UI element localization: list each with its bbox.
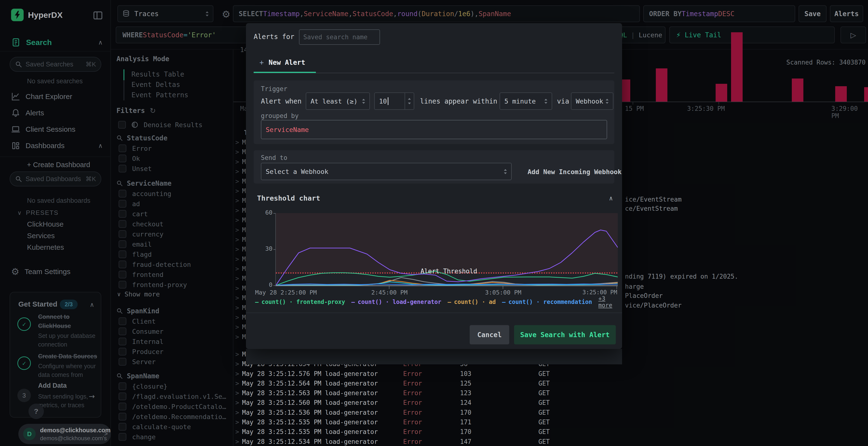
send-to-section: Send to Select a Webhook Add New Incomin… <box>254 150 614 183</box>
x-tick-label: 3:25:00 PM <box>582 289 617 296</box>
stepper-up-icon[interactable] <box>408 98 411 100</box>
app-root: HyperDX Search ∧ Saved Searches ⌘K No sa… <box>0 0 868 446</box>
grouped-by-label: grouped by <box>261 112 299 119</box>
legend-label: count() · recommendation <box>508 299 592 305</box>
channel-value: Webhook <box>576 98 603 105</box>
trigger-section: Trigger Alert when At least (≥) 10 lines… <box>254 80 614 144</box>
threshold-value-input[interactable]: 10 <box>374 93 414 110</box>
grouped-by-input[interactable]: ServiceName <box>261 120 607 139</box>
alert-modal: Alerts for Saved search name + New Alert… <box>246 23 622 349</box>
stepper-down-icon[interactable] <box>408 103 411 104</box>
chevron-updown-icon <box>606 99 609 104</box>
y-tick-label: 0 <box>260 281 273 288</box>
legend-dash-icon: — <box>447 299 451 305</box>
y-tick <box>273 213 275 214</box>
grouped-by-value: ServiceName <box>261 126 309 133</box>
hovered-row-highlight <box>246 349 622 364</box>
threshold-chart-plot: Alert Threshold <box>275 213 618 286</box>
collapse-chart-icon[interactable]: ∧ <box>609 195 613 202</box>
lines-within-label: lines appear within <box>420 97 497 105</box>
y-tick <box>273 285 275 286</box>
legend-label: count() · frontend-proxy <box>261 299 345 305</box>
time-window-select[interactable]: 5 minute <box>500 93 552 110</box>
legend-item[interactable]: — count() · load-generator <box>351 299 441 305</box>
threshold-operator-select[interactable]: At least (≥) <box>306 93 370 110</box>
legend-more-button[interactable]: +3 more <box>598 295 622 309</box>
trigger-label: Trigger <box>261 85 287 93</box>
legend-dash-icon: — <box>351 299 355 305</box>
modal-title: Alerts for <box>254 33 294 41</box>
chevron-updown-icon <box>362 99 365 104</box>
text-cursor <box>388 97 389 105</box>
x-tick <box>503 286 503 289</box>
via-label: via <box>557 97 569 105</box>
chart-line <box>276 230 618 285</box>
add-webhook-button[interactable]: Add New Incoming Webhook <box>528 168 622 176</box>
x-tick <box>617 286 617 289</box>
legend-dash-icon: — <box>502 299 505 305</box>
legend-dash-icon: — <box>255 299 258 305</box>
legend-item[interactable]: — count() · frontend-proxy <box>255 299 345 305</box>
legend-label: count() · load-generator <box>358 299 441 305</box>
threshold-operator-value: At least (≥) <box>311 98 358 105</box>
tab-active-indicator <box>254 72 316 73</box>
tab-label: New Alert <box>269 59 305 66</box>
threshold-chart-title: Threshold chart <box>257 194 320 202</box>
send-to-label: Send to <box>261 154 287 161</box>
alert-when-label: Alert when <box>261 97 302 105</box>
saved-search-name-input[interactable]: Saved search name <box>299 29 380 45</box>
legend-item[interactable]: — count() · recommendation <box>502 299 592 305</box>
saved-search-name-placeholder: Saved search name <box>300 33 368 41</box>
threshold-value: 10 <box>375 98 387 105</box>
x-tick-label: May 28 2:25:00 PM <box>255 289 317 296</box>
plus-icon: + <box>259 58 264 67</box>
cancel-button[interactable]: Cancel <box>470 325 509 344</box>
number-stepper[interactable] <box>405 93 414 109</box>
webhook-select-value: Select a Webhook <box>266 168 329 175</box>
channel-select[interactable]: Webhook <box>571 93 613 110</box>
chart-legend: — count() · frontend-proxy — count() · l… <box>255 295 622 309</box>
x-tick <box>389 286 390 289</box>
webhook-select[interactable]: Select a Webhook <box>261 163 512 180</box>
y-tick <box>273 249 275 250</box>
modal-footer-divider <box>246 313 622 313</box>
save-search-with-alert-button[interactable]: Save Search with Alert <box>514 325 616 344</box>
legend-label: count() · ad <box>454 299 496 305</box>
time-window-value: 5 minute <box>504 98 536 105</box>
alert-threshold-label: Alert Threshold <box>421 268 477 275</box>
y-tick-label: 30 <box>260 245 273 252</box>
x-tick-label: 2:45:00 PM <box>365 289 413 296</box>
chevron-updown-icon <box>504 169 507 174</box>
tab-new-alert[interactable]: + New Alert <box>259 58 305 67</box>
y-tick-label: 60 <box>260 209 273 216</box>
chevron-updown-icon <box>545 99 547 104</box>
legend-item[interactable]: — count() · ad <box>447 299 496 305</box>
x-tick-label: 3:05:00 PM <box>479 289 527 296</box>
